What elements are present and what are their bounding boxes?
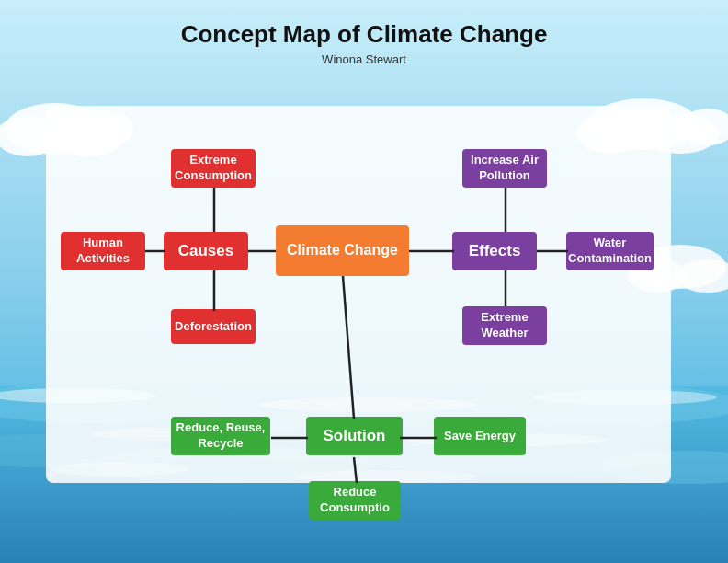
reduce-reuse-box: Reduce, Reuse, Recycle [171,417,270,455]
page-subtitle: Winona Stewart [0,52,728,66]
effects-box: Effects [452,232,537,270]
human-activities-box: Human Activities [61,232,145,270]
climate-change-box: Climate Change [276,225,409,276]
extreme-weather-box: Extreme Weather [462,306,547,345]
reduce-consumption-box: Reduce Consumptio [309,481,401,520]
water-contamination-box: Water Contamination [566,232,654,270]
causes-box: Causes [164,232,248,270]
extreme-consumption-box: Extreme Consumption [171,149,256,188]
increase-air-pollution-box: Increase Air Pollution [462,149,547,188]
solution-box: Solution [306,417,403,455]
deforestation-box: Deforestation [171,309,256,344]
save-energy-box: Save Energy [434,417,526,455]
page-title: Concept Map of Climate Change [0,0,728,49]
